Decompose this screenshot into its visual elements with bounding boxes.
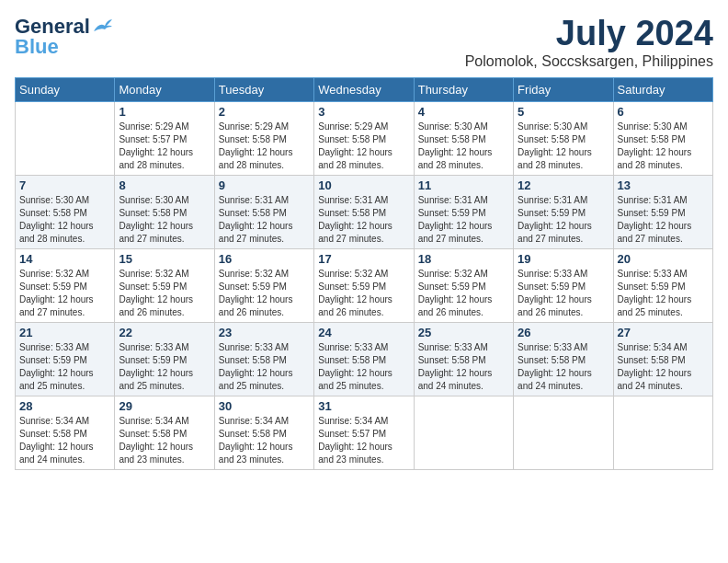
day-number: 27: [618, 326, 709, 339]
day-info: Sunrise: 5:33 AM Sunset: 5:58 PM Dayligh…: [318, 341, 409, 393]
calendar-cell: 17Sunrise: 5:32 AM Sunset: 5:59 PM Dayli…: [314, 248, 414, 322]
weekday-header: Friday: [514, 77, 613, 101]
page-header: General Blue July 2024 Polomolok, Soccsk…: [15, 15, 713, 70]
day-info: Sunrise: 5:30 AM Sunset: 5:58 PM Dayligh…: [518, 121, 609, 172]
calendar-cell: 22Sunrise: 5:33 AM Sunset: 5:59 PM Dayli…: [115, 322, 214, 396]
calendar-week-row: 14Sunrise: 5:32 AM Sunset: 5:59 PM Dayli…: [16, 248, 713, 322]
day-info: Sunrise: 5:31 AM Sunset: 5:59 PM Dayligh…: [518, 194, 609, 246]
weekday-header: Tuesday: [214, 77, 313, 101]
calendar-cell: 26Sunrise: 5:33 AM Sunset: 5:58 PM Dayli…: [514, 322, 613, 396]
day-number: 23: [219, 326, 310, 339]
location: Polomolok, Soccsksargen, Philippines: [465, 53, 713, 70]
calendar-cell: 4Sunrise: 5:30 AM Sunset: 5:58 PM Daylig…: [414, 101, 513, 175]
day-number: 13: [618, 178, 709, 192]
weekday-header: Saturday: [613, 77, 712, 101]
logo: General Blue: [15, 15, 112, 59]
calendar-cell: 25Sunrise: 5:33 AM Sunset: 5:58 PM Dayli…: [414, 322, 513, 396]
calendar-header-row: SundayMondayTuesdayWednesdayThursdayFrid…: [16, 77, 713, 101]
day-info: Sunrise: 5:29 AM Sunset: 5:58 PM Dayligh…: [219, 121, 310, 172]
day-number: 28: [19, 399, 110, 413]
calendar-cell: 1Sunrise: 5:29 AM Sunset: 5:57 PM Daylig…: [115, 101, 214, 175]
day-number: 25: [418, 326, 509, 339]
day-number: 5: [518, 105, 609, 119]
calendar-cell: [16, 101, 115, 175]
day-number: 15: [119, 252, 210, 266]
day-info: Sunrise: 5:30 AM Sunset: 5:58 PM Dayligh…: [418, 121, 509, 172]
calendar-cell: [613, 396, 712, 469]
weekday-header: Sunday: [16, 77, 115, 101]
calendar-cell: 30Sunrise: 5:34 AM Sunset: 5:58 PM Dayli…: [214, 396, 313, 469]
day-number: 31: [318, 399, 409, 413]
calendar-week-row: 21Sunrise: 5:33 AM Sunset: 5:59 PM Dayli…: [16, 322, 713, 396]
day-number: 1: [119, 105, 210, 119]
calendar-cell: 29Sunrise: 5:34 AM Sunset: 5:58 PM Dayli…: [115, 396, 214, 469]
day-number: 10: [318, 178, 409, 192]
calendar-cell: 15Sunrise: 5:32 AM Sunset: 5:59 PM Dayli…: [115, 248, 214, 322]
day-number: 14: [19, 252, 110, 266]
day-number: 20: [618, 252, 709, 266]
day-number: 3: [318, 105, 409, 119]
calendar-week-row: 1Sunrise: 5:29 AM Sunset: 5:57 PM Daylig…: [16, 101, 713, 175]
calendar-cell: 12Sunrise: 5:31 AM Sunset: 5:59 PM Dayli…: [514, 175, 613, 248]
day-info: Sunrise: 5:34 AM Sunset: 5:58 PM Dayligh…: [19, 415, 110, 466]
day-info: Sunrise: 5:33 AM Sunset: 5:58 PM Dayligh…: [518, 341, 609, 393]
calendar-cell: 20Sunrise: 5:33 AM Sunset: 5:59 PM Dayli…: [613, 248, 712, 322]
calendar-cell: 24Sunrise: 5:33 AM Sunset: 5:58 PM Dayli…: [314, 322, 414, 396]
calendar-cell: [414, 396, 513, 469]
calendar-cell: 8Sunrise: 5:30 AM Sunset: 5:58 PM Daylig…: [115, 175, 214, 248]
calendar-cell: 19Sunrise: 5:33 AM Sunset: 5:59 PM Dayli…: [514, 248, 613, 322]
month-title: July 2024: [465, 15, 713, 53]
day-number: 21: [19, 326, 110, 339]
day-number: 12: [518, 178, 609, 192]
calendar-cell: 2Sunrise: 5:29 AM Sunset: 5:58 PM Daylig…: [214, 101, 313, 175]
day-number: 30: [219, 399, 310, 413]
calendar-cell: [514, 396, 613, 469]
day-number: 16: [219, 252, 310, 266]
day-info: Sunrise: 5:30 AM Sunset: 5:58 PM Dayligh…: [618, 121, 709, 172]
day-info: Sunrise: 5:33 AM Sunset: 5:59 PM Dayligh…: [618, 268, 709, 319]
calendar-cell: 28Sunrise: 5:34 AM Sunset: 5:58 PM Dayli…: [16, 396, 115, 469]
day-info: Sunrise: 5:32 AM Sunset: 5:59 PM Dayligh…: [19, 268, 110, 319]
calendar-cell: 5Sunrise: 5:30 AM Sunset: 5:58 PM Daylig…: [514, 101, 613, 175]
day-info: Sunrise: 5:31 AM Sunset: 5:59 PM Dayligh…: [618, 194, 709, 246]
day-info: Sunrise: 5:33 AM Sunset: 5:58 PM Dayligh…: [219, 341, 310, 393]
logo-bird-icon: [92, 18, 112, 35]
day-info: Sunrise: 5:34 AM Sunset: 5:58 PM Dayligh…: [119, 415, 210, 466]
calendar-week-row: 7Sunrise: 5:30 AM Sunset: 5:58 PM Daylig…: [16, 175, 713, 248]
calendar-cell: 31Sunrise: 5:34 AM Sunset: 5:57 PM Dayli…: [314, 396, 414, 469]
title-section: July 2024 Polomolok, Soccsksargen, Phili…: [465, 15, 713, 70]
day-info: Sunrise: 5:30 AM Sunset: 5:58 PM Dayligh…: [119, 194, 210, 246]
calendar-cell: 23Sunrise: 5:33 AM Sunset: 5:58 PM Dayli…: [214, 322, 313, 396]
calendar-cell: 6Sunrise: 5:30 AM Sunset: 5:58 PM Daylig…: [613, 101, 712, 175]
weekday-header: Wednesday: [314, 77, 414, 101]
calendar-cell: 18Sunrise: 5:32 AM Sunset: 5:59 PM Dayli…: [414, 248, 513, 322]
weekday-header: Thursday: [414, 77, 513, 101]
day-info: Sunrise: 5:31 AM Sunset: 5:58 PM Dayligh…: [219, 194, 310, 246]
day-info: Sunrise: 5:32 AM Sunset: 5:59 PM Dayligh…: [219, 268, 310, 319]
day-number: 7: [19, 178, 110, 192]
day-info: Sunrise: 5:31 AM Sunset: 5:58 PM Dayligh…: [318, 194, 409, 246]
calendar-cell: 9Sunrise: 5:31 AM Sunset: 5:58 PM Daylig…: [214, 175, 313, 248]
day-info: Sunrise: 5:29 AM Sunset: 5:58 PM Dayligh…: [318, 121, 409, 172]
calendar-table: SundayMondayTuesdayWednesdayThursdayFrid…: [15, 77, 713, 470]
calendar-cell: 10Sunrise: 5:31 AM Sunset: 5:58 PM Dayli…: [314, 175, 414, 248]
day-info: Sunrise: 5:30 AM Sunset: 5:58 PM Dayligh…: [19, 194, 110, 246]
day-number: 4: [418, 105, 509, 119]
day-info: Sunrise: 5:33 AM Sunset: 5:59 PM Dayligh…: [518, 268, 609, 319]
calendar-week-row: 28Sunrise: 5:34 AM Sunset: 5:58 PM Dayli…: [16, 396, 713, 469]
calendar-cell: 11Sunrise: 5:31 AM Sunset: 5:59 PM Dayli…: [414, 175, 513, 248]
day-info: Sunrise: 5:29 AM Sunset: 5:57 PM Dayligh…: [119, 121, 210, 172]
day-info: Sunrise: 5:32 AM Sunset: 5:59 PM Dayligh…: [418, 268, 509, 319]
day-number: 6: [618, 105, 709, 119]
day-info: Sunrise: 5:31 AM Sunset: 5:59 PM Dayligh…: [418, 194, 509, 246]
calendar-cell: 14Sunrise: 5:32 AM Sunset: 5:59 PM Dayli…: [16, 248, 115, 322]
day-number: 2: [219, 105, 310, 119]
calendar-cell: 27Sunrise: 5:34 AM Sunset: 5:58 PM Dayli…: [613, 322, 712, 396]
day-info: Sunrise: 5:33 AM Sunset: 5:59 PM Dayligh…: [119, 341, 210, 393]
day-number: 22: [119, 326, 210, 339]
logo-blue: Blue: [15, 35, 59, 59]
day-info: Sunrise: 5:32 AM Sunset: 5:59 PM Dayligh…: [119, 268, 210, 319]
day-number: 29: [119, 399, 210, 413]
day-number: 18: [418, 252, 509, 266]
day-info: Sunrise: 5:34 AM Sunset: 5:57 PM Dayligh…: [318, 415, 409, 466]
